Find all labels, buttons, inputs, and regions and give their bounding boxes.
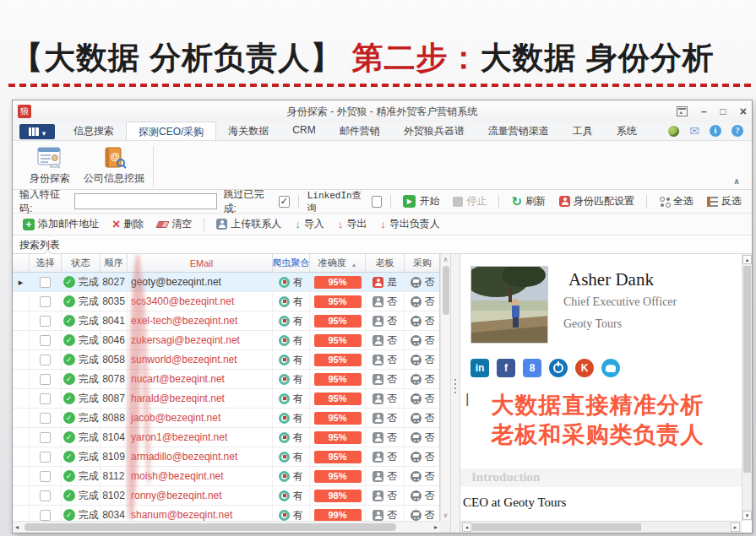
linkedin-icon[interactable]: in [470, 359, 489, 377]
scroll-left-icon[interactable]: ◂ [462, 522, 471, 532]
row-checkbox[interactable] [40, 355, 51, 365]
skip-completed-checkbox[interactable] [279, 196, 290, 208]
row-checkbox[interactable] [40, 490, 51, 501]
google-icon[interactable]: 8 [523, 359, 541, 377]
table-row[interactable]: 完成8102ronny@bezeqint.net有98%否否 [13, 486, 439, 506]
delete-button[interactable]: 删除 [109, 215, 147, 234]
table-row[interactable]: 完成8112moish@bezeqint.net有95%否否 [13, 467, 439, 486]
collapse-ribbon-icon[interactable] [733, 176, 740, 186]
tab-3[interactable]: 海关数据 [216, 122, 280, 140]
facebook-icon[interactable]: f [497, 359, 515, 377]
table-row[interactable]: 完成8034shanum@bezeqint.net有99%否否 [13, 506, 439, 521]
export-owner-button[interactable]: 导出负责人 [377, 215, 443, 233]
panel-splitter[interactable] [451, 254, 460, 533]
table-row[interactable]: 完成8046zukersagi@bezeqint.net有95%否否 [13, 331, 439, 350]
info-icon[interactable]: i [710, 125, 721, 137]
search-results-grid: 选择 状态 顺序 EMail 爬虫聚合 准确度 老板 采购 完成8027geot… [13, 254, 451, 533]
table-row[interactable]: 完成8035scs3400@bezeqint.net有95%否否 [13, 292, 439, 311]
company-info-mining-button[interactable]: @ 公司信息挖掘 [82, 144, 146, 189]
export-button[interactable]: 导出 [334, 215, 371, 233]
scroll-thumb[interactable] [443, 266, 449, 315]
maximize-button[interactable] [721, 106, 726, 117]
identity-search-button[interactable]: 身份探索 [18, 144, 82, 189]
linkedin-query-checkbox[interactable] [372, 196, 383, 208]
tab-7[interactable]: 流量营销渠道 [476, 122, 561, 140]
table-row[interactable]: 完成8088jacob@bezeqint.net有95%否否 [13, 409, 439, 428]
header-email[interactable]: EMail [128, 254, 273, 272]
row-checkbox[interactable] [40, 432, 51, 443]
header-crawler[interactable]: 爬虫聚合 [273, 254, 310, 272]
klout-icon[interactable]: K [575, 359, 594, 377]
tab-1[interactable]: 信息搜索 [62, 122, 126, 140]
scroll-thumb[interactable] [24, 523, 396, 531]
profile-horizontal-scrollbar[interactable]: ◂▸ [460, 521, 742, 533]
clear-button[interactable]: 清空 [154, 215, 195, 233]
scroll-down-icon[interactable]: ▾ [742, 511, 752, 520]
grid-horizontal-scrollbar[interactable] [13, 521, 440, 533]
header-order[interactable]: 顺序 [101, 254, 128, 272]
row-checkbox[interactable] [40, 374, 51, 385]
tab-8[interactable]: 工具 [561, 122, 605, 140]
row-checkbox[interactable] [40, 510, 51, 521]
header-status[interactable]: 状态 [62, 254, 101, 272]
search-list-tab[interactable]: 搜索列表 [13, 236, 752, 254]
import-button[interactable]: 导入 [291, 215, 328, 233]
tab-5[interactable]: 邮件营销 [328, 122, 392, 140]
row-checkbox[interactable] [40, 413, 51, 424]
scroll-thumb[interactable] [743, 266, 751, 473]
refresh-button[interactable]: 刷新 [508, 192, 549, 211]
header-select[interactable]: 选择 [30, 254, 62, 272]
header-accuracy[interactable]: 准确度 [310, 254, 366, 272]
start-button[interactable]: 开始 [400, 192, 443, 210]
close-button[interactable] [740, 106, 747, 118]
row-checkbox[interactable] [40, 277, 51, 288]
boss-icon [373, 413, 383, 424]
scroll-right-icon[interactable]: ▸ [731, 522, 740, 532]
row-checkbox[interactable] [40, 316, 51, 327]
power-icon[interactable] [549, 359, 568, 377]
bug-icon[interactable] [668, 126, 679, 137]
identity-match-settings-button[interactable]: 身份匹配设置 [556, 192, 638, 210]
twitter-icon[interactable] [601, 359, 620, 377]
accuracy-badge: 95% [314, 373, 362, 386]
help-icon[interactable]: ? [732, 125, 743, 137]
grid-vertical-scrollbar[interactable] [440, 254, 450, 521]
row-checkbox[interactable] [40, 471, 51, 482]
header-purchase[interactable]: 采购 [405, 254, 440, 272]
table-row[interactable]: 完成8087harald@bezeqint.net有95%否否 [13, 389, 439, 409]
scroll-right-icon[interactable] [434, 523, 438, 531]
upload-contacts-button[interactable]: 上传联系人 [213, 215, 285, 233]
add-email-button[interactable]: 添加邮件地址 [19, 215, 102, 233]
tab-4[interactable]: CRM [280, 122, 327, 140]
table-row[interactable]: 完成8104yaron1@bezeqint.net有95%否否 [13, 428, 439, 447]
tab-6[interactable]: 外贸狼兵器谱 [392, 122, 476, 140]
table-row[interactable]: 完成8027geoty@bezeqint.net有95%是否 [13, 273, 439, 292]
row-checkbox[interactable] [40, 452, 51, 463]
scroll-up-icon[interactable] [443, 256, 449, 263]
scroll-up-icon[interactable]: ▴ [742, 255, 752, 264]
table-row[interactable]: 完成8078nucart@bezeqint.net有95%否否 [13, 370, 439, 389]
profile-vertical-scrollbar[interactable]: ▴▾ [742, 254, 752, 521]
row-checkbox[interactable] [40, 335, 51, 346]
table-row[interactable]: 完成8109armadillo@bezeqint.net有95%否否 [13, 447, 439, 467]
send-mail-icon[interactable] [689, 123, 699, 138]
table-row[interactable]: 完成8058sunworld@bezeqint.net有95%否否 [13, 350, 439, 370]
stop-button[interactable]: 停止 [449, 192, 490, 210]
scroll-down-icon[interactable] [443, 512, 449, 519]
select-all-button[interactable]: 全选 [655, 192, 697, 210]
table-row[interactable]: 完成8041exel-tech@bezeqint.net有95%否否 [13, 311, 439, 331]
window-style-button[interactable] [677, 106, 688, 116]
grid-header: 选择 状态 顺序 EMail 爬虫聚合 准确度 老板 采购 [13, 254, 439, 273]
scroll-thumb[interactable] [472, 523, 641, 531]
minimize-button[interactable] [701, 106, 707, 117]
row-checkbox[interactable] [40, 393, 51, 404]
feature-code-input[interactable] [74, 193, 216, 209]
boss-icon [373, 296, 383, 307]
invert-selection-button[interactable]: 反选 [704, 192, 745, 210]
tab-2[interactable]: 探测CEO/采购 [126, 122, 216, 140]
row-checkbox[interactable] [40, 296, 51, 307]
header-boss[interactable]: 老板 [366, 254, 405, 272]
app-menu-button[interactable] [19, 124, 55, 139]
scroll-left-icon[interactable] [15, 523, 19, 531]
tab-9[interactable]: 系统 [605, 122, 649, 140]
